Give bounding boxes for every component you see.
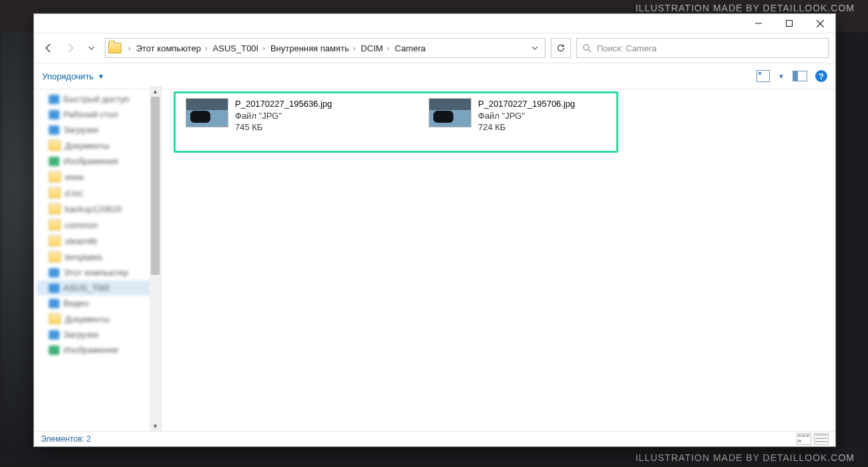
search-icon [582, 43, 592, 53]
tree-item-label: backup120620 [65, 204, 122, 214]
image-thumbnail [186, 98, 228, 127]
address-dropdown-button[interactable] [527, 45, 542, 51]
refresh-button[interactable] [551, 38, 571, 58]
explorer-window: › Этот компьютер› ASUS_T00I› Внутренняя … [33, 13, 836, 447]
svg-line-5 [588, 49, 591, 52]
scroll-up-button[interactable]: ▲ [150, 86, 161, 97]
minimize-button[interactable] [743, 14, 774, 33]
tree-item-icon [49, 236, 61, 246]
tree-item-label: Быстрый доступ [63, 94, 130, 104]
tree-item[interactable]: ASUS_T00I [37, 280, 158, 296]
close-button[interactable] [805, 14, 835, 33]
tree-item[interactable]: Документы [37, 137, 158, 153]
tree-item[interactable]: Документы [37, 311, 158, 327]
tree-item[interactable]: Быстрый доступ [37, 91, 158, 107]
maximize-button[interactable] [774, 14, 805, 33]
tree-item-label: Этот компьютер [63, 268, 128, 278]
tree-item-icon [49, 203, 61, 214]
tree-item[interactable]: Видео [37, 296, 158, 311]
tree-item-label: d.loc [65, 188, 83, 198]
recent-locations-button[interactable] [83, 40, 99, 56]
tree-item-icon [49, 95, 59, 104]
tree-item[interactable]: common [37, 217, 158, 233]
file-size: 745 КБ [235, 121, 332, 133]
watermark-top: ILLUSTRATION MADE BY DETAILLOOK.COM [636, 3, 855, 13]
chevron-right-icon: › [258, 44, 269, 52]
watermark-bottom: ILLUSTRATION MADE BY DETAILLOOK.COM [636, 452, 855, 463]
search-placeholder: Поиск: Camera [597, 43, 656, 53]
chevron-right-icon: › [124, 44, 135, 52]
tree-item-icon [49, 219, 61, 230]
tree-item[interactable]: Изображения [37, 342, 158, 358]
file-list-area[interactable]: P_20170227_195636.jpg Файл "JPG" 745 КБ … [162, 86, 835, 432]
tree-item[interactable]: Загрузки [37, 327, 158, 342]
file-item[interactable]: P_20170227_195706.jpg Файл "JPG" 724 КБ [429, 98, 642, 133]
tree-item-label: Изображения [63, 345, 118, 355]
chevron-down-icon: ▼ [97, 73, 104, 80]
svg-point-4 [584, 45, 589, 50]
tree-item[interactable]: Загрузки [37, 122, 158, 137]
tree-item-label: www [65, 172, 83, 182]
forward-button[interactable] [62, 40, 78, 56]
tree-item-label: steamlib [65, 236, 97, 246]
tree-item[interactable]: d.loc [37, 185, 158, 201]
address-row: › Этот компьютер› ASUS_T00I› Внутренняя … [34, 33, 835, 63]
tree-item[interactable]: Изображения [37, 153, 158, 169]
chevron-down-icon[interactable]: ▼ [778, 73, 785, 80]
file-name: P_20170227_195706.jpg [478, 98, 575, 110]
tree-item-label: Документы [65, 141, 110, 151]
breadcrumb-item[interactable]: Этот компьютер› [136, 43, 212, 53]
file-item[interactable]: P_20170227_195636.jpg Файл "JPG" 745 КБ [186, 98, 399, 133]
breadcrumb-item[interactable]: ASUS_T00I› [213, 43, 269, 53]
tree-item-icon [49, 187, 61, 198]
preview-pane-button[interactable] [793, 71, 807, 81]
tree-item-icon [49, 157, 59, 166]
navigation-pane[interactable]: Быстрый доступРабочий столЗагрузкиДокуме… [34, 86, 162, 432]
tree-item[interactable]: www [37, 169, 158, 185]
tree-item-label: Видео [63, 298, 89, 308]
scroll-down-button[interactable]: ▼ [150, 421, 161, 432]
file-size: 724 КБ [478, 121, 575, 133]
address-bar[interactable]: › Этот компьютер› ASUS_T00I› Внутренняя … [105, 38, 546, 58]
image-thumbnail [429, 98, 471, 127]
titlebar[interactable] [34, 14, 835, 33]
folder-icon [108, 43, 122, 53]
tree-item-icon [49, 346, 59, 355]
tree-item-label: Рабочий стол [63, 109, 118, 119]
file-type: Файл "JPG" [235, 110, 332, 122]
tree-item-label: common [65, 220, 98, 230]
breadcrumb-item[interactable]: Camera [395, 43, 425, 53]
scrollbar-thumb[interactable] [151, 97, 160, 275]
tree-item-icon [49, 314, 61, 324]
chevron-right-icon: › [349, 44, 360, 52]
chevron-right-icon: › [201, 44, 212, 52]
tree-item-label: Изображения [63, 156, 118, 166]
view-tiles-button[interactable] [797, 433, 811, 445]
tree-item-icon [49, 268, 59, 278]
tree-item-icon [49, 171, 61, 182]
tree-item-label: Документы [65, 314, 110, 324]
tree-item-icon [49, 140, 61, 151]
help-button[interactable]: ? [815, 70, 827, 82]
tree-item[interactable]: backup120620 [37, 201, 158, 217]
breadcrumb-item[interactable]: Внутренняя память› [270, 43, 359, 53]
view-options-button[interactable] [756, 70, 770, 82]
tree-item[interactable]: steamlib [37, 233, 158, 249]
tree-item-label: templates [65, 252, 102, 262]
chevron-right-icon: › [383, 44, 394, 52]
tree-item[interactable]: templates [37, 249, 158, 265]
search-box[interactable]: Поиск: Camera [576, 38, 829, 58]
tree-item-icon [49, 125, 59, 135]
file-name: P_20170227_195636.jpg [235, 98, 332, 110]
back-button[interactable] [41, 40, 57, 56]
tree-item-icon [49, 252, 61, 262]
organize-menu[interactable]: Упорядочить ▼ [42, 71, 104, 81]
tree-item[interactable]: Рабочий стол [37, 107, 158, 122]
tree-item-icon [49, 330, 59, 340]
tree-item[interactable]: Этот компьютер [37, 265, 158, 280]
breadcrumb-item[interactable]: DCIM› [361, 43, 393, 53]
svg-rect-1 [787, 21, 793, 27]
view-details-button[interactable] [814, 433, 829, 445]
sidebar-scrollbar[interactable]: ▲ ▼ [150, 86, 161, 432]
tree-item-icon [49, 284, 59, 293]
